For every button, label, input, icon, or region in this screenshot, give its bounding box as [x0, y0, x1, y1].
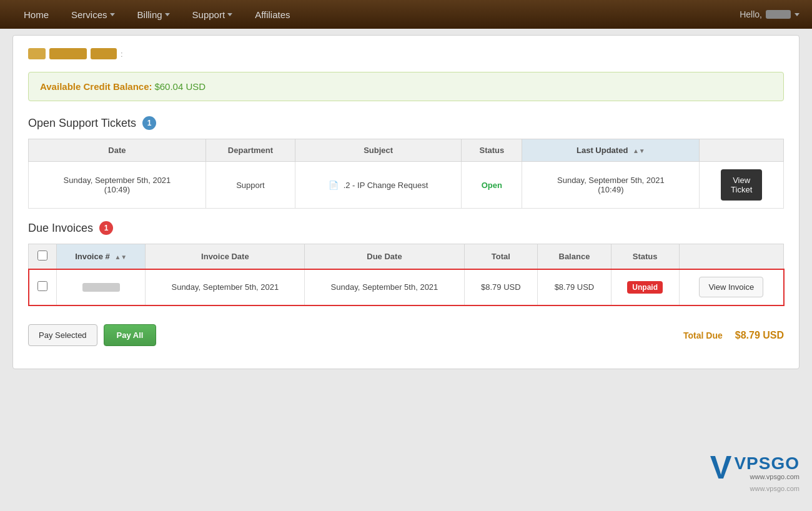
ticket-date: Sunday, September 5th, 2021 (10:49): [29, 162, 206, 209]
total-due-label: Total Due: [683, 330, 723, 340]
invoice-total: $8.79 USD: [464, 269, 538, 305]
content-box: : Available Credit Balance: $60.04 USD O…: [12, 35, 800, 369]
support-tickets-header: Open Support Tickets 1: [28, 116, 784, 130]
col-invoice-num[interactable]: Invoice # ▲▼: [57, 244, 146, 269]
due-invoices-badge: 1: [99, 221, 113, 235]
col-department: Department: [205, 139, 295, 162]
invoice-sort-icon: ▲▼: [114, 254, 127, 260]
pay-all-button[interactable]: Pay All: [104, 324, 157, 346]
invoice-action: View Invoice: [679, 269, 783, 305]
invoice-checkbox-cell: [29, 269, 57, 305]
invoice-date: Sunday, September 5th, 2021: [146, 269, 305, 305]
breadcrumb-block-2: [49, 48, 87, 59]
col-checkbox-header: [29, 244, 57, 269]
invoices-table: Invoice # ▲▼ Invoice Date Due Date Total…: [28, 244, 784, 305]
support-chevron-icon: [227, 13, 232, 16]
support-tickets-table: Date Department Subject Status Last Upda…: [28, 139, 784, 209]
nav-support[interactable]: Support: [181, 0, 244, 29]
user-greeting: Hello,: [740, 9, 800, 19]
navbar: Home Services Billing Support Affiliates…: [0, 0, 812, 29]
invoice-status: Unpaid: [611, 269, 679, 305]
breadcrumb-separator: :: [121, 49, 123, 59]
user-chevron-icon: [795, 13, 800, 16]
nav-support-label: Support: [192, 9, 225, 20]
nav-affiliates[interactable]: Affiliates: [244, 0, 301, 29]
total-due-value: $8.79 USD: [735, 330, 784, 341]
credit-balance-box: Available Credit Balance: $60.04 USD: [28, 72, 784, 101]
col-invoice-date: Invoice Date: [146, 244, 305, 269]
col-action: [700, 139, 784, 162]
main-wrapper: : Available Credit Balance: $60.04 USD O…: [0, 29, 812, 511]
nav-home[interactable]: Home: [12, 0, 60, 29]
ticket-action: View Ticket: [700, 162, 784, 209]
support-tickets-badge: 1: [142, 116, 156, 130]
billing-chevron-icon: [165, 13, 170, 16]
username-blurred: [766, 10, 791, 19]
breadcrumb-block-1: [28, 48, 46, 59]
nav-billing[interactable]: Billing: [126, 0, 181, 29]
due-invoices-heading: Due Invoices: [28, 222, 93, 235]
view-ticket-button[interactable]: View Ticket: [721, 169, 762, 201]
col-action: [679, 244, 783, 269]
credit-value: $60.04 USD: [154, 81, 205, 92]
ticket-subject: 📄 .2 - IP Change Request: [295, 162, 462, 209]
table-row: Sunday, September 5th, 2021 (10:49) Supp…: [29, 162, 784, 209]
breadcrumb-block-3: [91, 48, 117, 59]
invoice-number: [57, 269, 146, 305]
col-status: Status: [462, 139, 522, 162]
doc-icon: 📄: [329, 181, 339, 190]
due-invoices-header: Due Invoices 1: [28, 221, 784, 235]
invoice-checkbox[interactable]: [37, 281, 47, 291]
nav-billing-label: Billing: [137, 9, 162, 20]
invoice-due-date: Sunday, September 5th, 2021: [305, 269, 464, 305]
invoice-balance: $8.79 USD: [538, 269, 611, 305]
col-balance: Balance: [538, 244, 611, 269]
pay-selected-button[interactable]: Pay Selected: [28, 324, 97, 346]
col-date: Date: [29, 139, 206, 162]
col-last-updated[interactable]: Last Updated ▲▼: [522, 139, 700, 162]
ticket-status: Open: [462, 162, 522, 209]
ticket-last-updated: Sunday, September 5th, 2021 (10:49): [522, 162, 700, 209]
select-all-checkbox[interactable]: [37, 251, 47, 260]
col-total: Total: [464, 244, 538, 269]
sort-icon: ▲▼: [633, 147, 645, 154]
breadcrumb: :: [28, 48, 784, 59]
view-invoice-button[interactable]: View Invoice: [699, 277, 763, 297]
services-chevron-icon: [110, 13, 115, 16]
support-tickets-heading: Open Support Tickets: [28, 117, 136, 130]
col-subject: Subject: [295, 139, 462, 162]
hello-label: Hello,: [740, 9, 762, 19]
pay-buttons-area: Pay Selected Pay All Total Due $8.79 USD: [28, 318, 784, 350]
invoice-number-blurred: [82, 283, 120, 292]
col-status: Status: [611, 244, 679, 269]
credit-label: Available Credit Balance:: [40, 81, 152, 92]
ticket-department: Support: [205, 162, 295, 209]
nav-services-label: Services: [71, 9, 107, 20]
nav-services[interactable]: Services: [60, 0, 126, 29]
invoice-row: Sunday, September 5th, 2021 Sunday, Sept…: [29, 269, 784, 305]
col-due-date: Due Date: [305, 244, 464, 269]
